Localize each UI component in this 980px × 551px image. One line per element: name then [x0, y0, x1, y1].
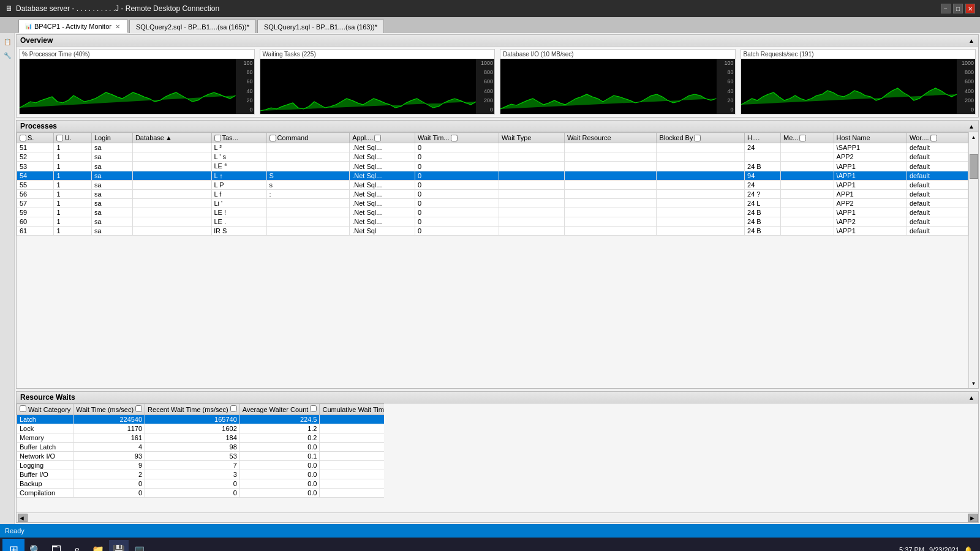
search-button[interactable]: 🔍 [26, 540, 45, 551]
table-row[interactable]: 53 1 sa LE ⁴ .Net Sql... 0 24 B \APP1 de… [17, 162, 968, 171]
rw-col-avg-checkbox[interactable] [310, 405, 317, 412]
rw-col-waittime-checkbox[interactable] [135, 405, 142, 412]
col-user-checkbox[interactable] [56, 135, 63, 141]
col-me[interactable]: Me... [781, 133, 834, 143]
col-user[interactable]: U. [54, 133, 92, 143]
col-blocked[interactable]: Blocked By [657, 133, 745, 143]
col-wor-checkbox[interactable] [930, 135, 937, 141]
col-session[interactable]: S. [17, 133, 54, 143]
table-row[interactable]: 60 1 sa LE . .Net Sql... 0 24 B \APP2 de… [17, 217, 968, 227]
col-app-checkbox[interactable] [374, 135, 381, 141]
col-task-checkbox[interactable] [214, 135, 221, 141]
processes-scrollbar[interactable]: ▲ ▼ [968, 132, 978, 388]
cell-user: 1 [54, 181, 92, 190]
list-item[interactable]: Memory 161 184 0.2 1939 [17, 433, 385, 443]
table-row[interactable]: 54 1 sa L ↑ S .Net Sql... 0 94 \APP1 def… [17, 171, 968, 181]
rw-col-category[interactable]: Wait Category [17, 404, 74, 415]
cell-wor: default [907, 171, 968, 181]
rw-col-recent-checkbox[interactable] [230, 405, 237, 412]
cell-blocked [657, 171, 745, 181]
scroll-thumb[interactable] [970, 154, 978, 179]
col-wor[interactable]: Wor.... [907, 133, 968, 143]
rw-col-avg[interactable]: Average Waiter Count [239, 404, 320, 415]
cell-session: 59 [17, 208, 54, 217]
list-item[interactable]: Logging 9 7 0.0 2508 [17, 461, 385, 470]
resource-waits-collapse-button[interactable]: ▲ [968, 394, 974, 401]
col-waittime-checkbox[interactable] [451, 135, 458, 141]
processes-tbody: 51 1 sa L ² .Net Sql... 0 24 \SAPP1 defa… [17, 143, 968, 236]
table-row[interactable]: 55 1 sa L P s .Net Sql... 0 24 \APP1 def… [17, 181, 968, 190]
overview-collapse-button[interactable]: ▲ [968, 37, 974, 44]
table-row[interactable]: 52 1 sa L ' s .Net Sql... 0 APP2 default [17, 152, 968, 162]
rw-col-category-checkbox[interactable] [20, 405, 26, 412]
ssms-button[interactable]: 💾 [109, 540, 129, 551]
rw-col-cumulative[interactable]: Cumulative Wait Time (sec) [320, 404, 384, 415]
col-database[interactable]: Database ▲ [132, 133, 211, 143]
close-button[interactable]: ✕ [965, 4, 975, 13]
files-button[interactable]: 📁 [88, 540, 108, 551]
col-me-checkbox[interactable] [799, 135, 806, 141]
tab-sqlquery2[interactable]: SQLQuery2.sql - BP...B1....(sa (165))* [129, 20, 256, 33]
col-session-checkbox[interactable] [20, 135, 26, 141]
list-item[interactable]: Compilation 0 0 0.0 0 [17, 489, 385, 498]
overview-title: Overview [20, 36, 53, 45]
tab-close-icon[interactable]: ✕ [114, 23, 121, 30]
list-item[interactable]: Network I/O 93 53 0.1 5083 [17, 452, 385, 461]
cell-waitres [564, 181, 657, 190]
ie-button[interactable]: e [67, 540, 87, 551]
col-hostname[interactable]: Host Name [834, 133, 907, 143]
resource-scroll-right[interactable]: ► [968, 514, 978, 522]
rw-cell-cumulative: 5823368 [320, 415, 384, 424]
list-item[interactable]: Backup 0 0 0.0 10229 [17, 479, 385, 489]
col-task[interactable]: Tas... [211, 133, 266, 143]
list-item[interactable]: Lock 1170 1602 1.2 299355 [17, 424, 385, 433]
tab-sqlquery1[interactable]: SQLQuery1.sql - BP...B1....(sa (163))* [257, 20, 384, 33]
scroll-down-button[interactable]: ▼ [971, 378, 976, 388]
scroll-up-button[interactable]: ▲ [971, 132, 976, 142]
col-command[interactable]: Command [266, 133, 350, 143]
list-item[interactable]: Latch 224540 165740 224.5 5823368 [17, 415, 385, 424]
col-waitres[interactable]: Wait Resource [564, 133, 657, 143]
notification-icon[interactable]: 🔔 [964, 546, 973, 552]
start-button[interactable]: ⊞ [2, 539, 24, 551]
col-command-checkbox[interactable] [270, 135, 276, 141]
rw-cell-recent: 98 [145, 443, 240, 452]
col-waittime[interactable]: Wait Tim... [415, 133, 499, 143]
resource-h-scrollbar[interactable]: ◄ ► [17, 512, 978, 522]
toolbar-icon-1[interactable]: 📋 [1, 36, 13, 48]
table-row[interactable]: 57 1 sa Li ' .Net Sql... 0 24 L APP2 def… [17, 199, 968, 208]
rw-col-recent[interactable]: Recent Wait Time (ms/sec) [145, 404, 240, 415]
col-blocked-checkbox[interactable] [694, 135, 701, 141]
rw-col-waittime[interactable]: Wait Time (ms/sec) [74, 404, 145, 415]
tab-activity-monitor[interactable]: 📊 BP4CP1 - Activity Monitor ✕ [18, 20, 128, 33]
terminal-button[interactable]: 💻 [130, 540, 149, 551]
processes-table-area[interactable]: S. U. Login Database ▲ Tas... Command Ap… [17, 132, 968, 388]
list-item[interactable]: Buffer Latch 4 98 0.0 7449 [17, 443, 385, 452]
processes-collapse-button[interactable]: ▲ [968, 123, 974, 130]
cell-me [781, 181, 834, 190]
chart-batch-yaxis: 1000 800 600 400 200 0 [957, 59, 975, 114]
table-row[interactable]: 59 1 sa LE ! .Net Sql... 0 24 B \APP1 de… [17, 208, 968, 217]
table-row[interactable]: 56 1 sa L f : .Net Sql... 0 24 ? APP1 de… [17, 190, 968, 199]
cell-h: 24 ? [745, 190, 781, 199]
task-view-button[interactable]: 🗔 [47, 540, 66, 551]
cell-wor: default [907, 181, 968, 190]
minimize-button[interactable]: − [941, 4, 951, 13]
toolbar-icon-2[interactable]: 🔧 [1, 49, 13, 61]
resource-waits-table-area[interactable]: Wait Category Wait Time (ms/sec) Recent … [17, 403, 384, 512]
rw-cell-waittime: 93 [74, 452, 145, 461]
resource-scroll-left[interactable]: ◄ [18, 514, 28, 522]
col-app[interactable]: Appl.... [350, 133, 415, 143]
cell-user: 1 [54, 199, 92, 208]
maximize-button[interactable]: □ [953, 4, 963, 13]
col-waittype[interactable]: Wait Type [499, 133, 565, 143]
cell-waittype [499, 171, 565, 181]
cell-wor: default [907, 199, 968, 208]
col-h[interactable]: H.... [745, 133, 781, 143]
cell-user: 1 [54, 208, 92, 217]
col-login[interactable]: Login [91, 133, 132, 143]
table-row[interactable]: 61 1 sa lR S .Net Sql 0 24 B \APP1 defau… [17, 227, 968, 236]
cell-task: LE . [211, 217, 266, 227]
table-row[interactable]: 51 1 sa L ² .Net Sql... 0 24 \SAPP1 defa… [17, 143, 968, 152]
list-item[interactable]: Buffer I/O 2 3 0.0 10416 [17, 470, 385, 479]
